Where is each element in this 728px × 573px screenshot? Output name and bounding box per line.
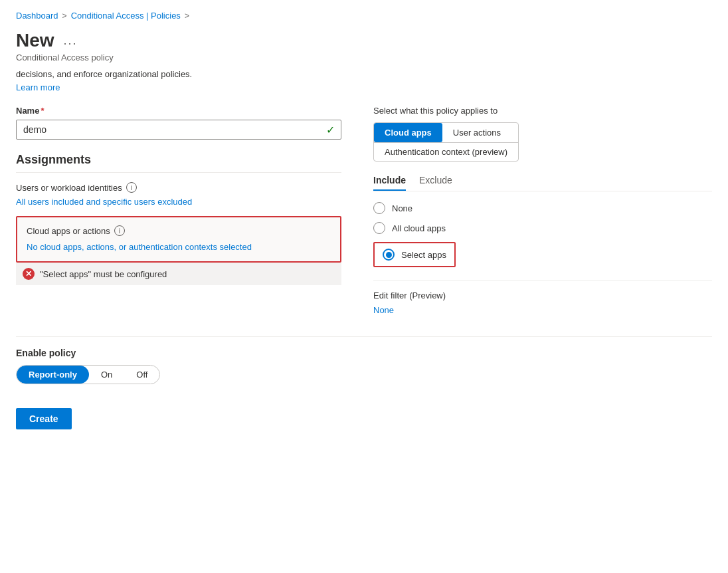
breadcrumb-sep-1: > [62,11,67,21]
cloud-apps-box: Cloud apps or actions i No cloud apps, a… [16,216,341,263]
radio-all-cloud-label: All cloud apps [392,223,446,233]
title-row: New ... [16,30,712,51]
radio-none-label: None [392,203,412,213]
breadcrumb: Dashboard > Conditional Access | Policie… [16,11,712,21]
radio-select-apps-circle [383,249,395,261]
radio-all-cloud-circle [373,222,385,234]
tab-cloud-apps[interactable]: Cloud apps [374,123,442,142]
breadcrumb-dashboard[interactable]: Dashboard [16,11,58,21]
ellipsis-button[interactable]: ... [60,33,82,49]
error-row: ✕ "Select apps" must be configured [16,263,341,285]
toggle-group: Report-only On Off [16,365,160,384]
page-description: decisions, and enforce organizational po… [16,69,712,79]
users-info-icon[interactable]: i [126,182,137,193]
toggle-off[interactable]: Off [124,366,159,384]
breadcrumb-policies[interactable]: Conditional Access | Policies [71,11,181,21]
toggle-report-only[interactable]: Report-only [17,366,89,384]
left-panel: Name* ✓ Assignments Users or workload id… [16,106,341,315]
cloud-apps-label: Cloud apps or actions i [27,225,331,236]
learn-more-link[interactable]: Learn more [16,82,60,92]
tab-include[interactable]: Include [373,175,406,191]
enable-policy-label: Enable policy [16,348,712,358]
policy-type-tabs: Cloud apps User actions Authentication c… [373,122,519,162]
radio-all-cloud-apps[interactable]: All cloud apps [373,222,712,234]
edit-filter-link[interactable]: None [373,305,394,315]
edit-filter-section: Edit filter (Preview) None [373,281,712,315]
radio-select-apps-label: Select apps [401,250,446,260]
users-link[interactable]: All users included and specific users ex… [16,197,341,207]
bottom-section: Enable policy Report-only On Off Create [16,336,712,429]
tab-row-top: Cloud apps User actions [374,123,518,142]
radio-select-apps-highlighted[interactable]: Select apps [373,242,456,267]
breadcrumb-sep-2: > [185,11,189,21]
required-indicator: * [41,106,44,116]
edit-filter-label: Edit filter (Preview) [373,290,712,300]
name-input[interactable] [16,120,341,140]
cloud-apps-info-icon[interactable]: i [114,225,125,236]
toggle-on[interactable]: On [89,366,124,384]
tab-auth-context[interactable]: Authentication context (preview) [374,142,518,161]
tab-user-actions[interactable]: User actions [442,123,511,142]
radio-group: None All cloud apps Select apps [373,202,712,267]
create-button[interactable]: Create [16,408,72,429]
name-input-wrapper: ✓ [16,120,341,140]
tab-exclude[interactable]: Exclude [419,175,452,191]
page-title: New [16,30,54,51]
checkmark-icon: ✓ [326,124,335,136]
users-subsection-label: Users or workload identities i [16,182,341,193]
include-exclude-tabs: Include Exclude [373,175,712,191]
error-message: "Select apps" must be configured [40,269,167,279]
right-panel: Select what this policy applies to Cloud… [373,106,712,315]
name-field-label: Name* [16,106,341,116]
radio-none-circle [373,202,385,214]
applies-to-label: Select what this policy applies to [373,106,712,116]
page-container: Dashboard > Conditional Access | Policie… [0,0,728,573]
page-subtitle: Conditional Access policy [16,53,712,62]
main-content: Name* ✓ Assignments Users or workload id… [16,106,712,315]
error-icon: ✕ [23,268,35,280]
cloud-apps-warning: No cloud apps, actions, or authenticatio… [27,241,331,253]
radio-none[interactable]: None [373,202,712,214]
assignments-section-title: Assignments [16,153,341,173]
